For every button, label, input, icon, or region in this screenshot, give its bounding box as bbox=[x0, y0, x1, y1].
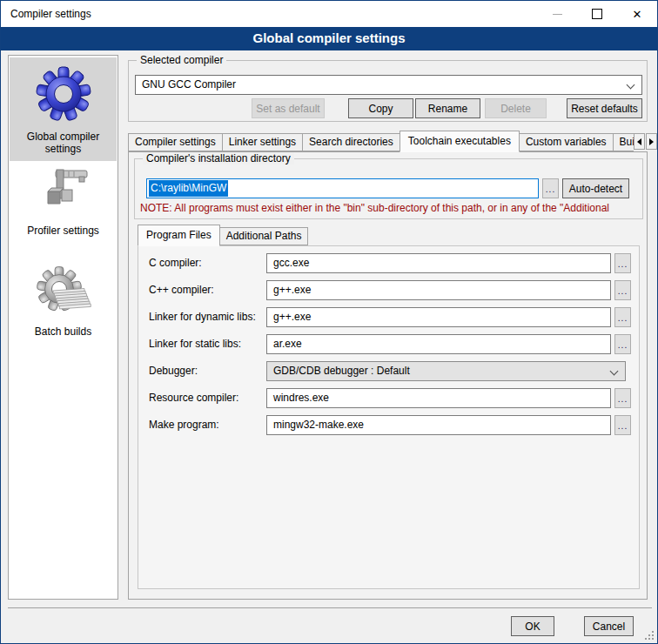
ok-button[interactable]: OK bbox=[511, 616, 554, 636]
delete-button[interactable]: Delete bbox=[485, 98, 547, 118]
tab-program-files[interactable]: Program Files bbox=[138, 225, 220, 246]
maximize-icon bbox=[592, 9, 602, 19]
field-label: Linker for static libs: bbox=[149, 338, 241, 350]
tab-linker-settings[interactable]: Linker settings bbox=[222, 133, 303, 151]
debugger-select-value: GDB/CDB debugger : Default bbox=[273, 365, 410, 377]
tab-search-directories[interactable]: Search directories bbox=[302, 133, 400, 151]
sidebar-item-label: Profiler settings bbox=[10, 225, 117, 237]
field-label: Linker for dynamic libs: bbox=[149, 311, 256, 323]
tab-scroll-right-button[interactable] bbox=[646, 133, 657, 150]
chevron-down-icon bbox=[610, 367, 619, 376]
browse-cpp-compiler-button[interactable]: ... bbox=[614, 280, 631, 300]
window-title: Compiler settings bbox=[10, 8, 91, 20]
tab-toolchain-executables[interactable]: Toolchain executables bbox=[400, 131, 520, 152]
resize-grip[interactable] bbox=[642, 628, 654, 640]
settings-tabs: Compiler settings Linker settings Search… bbox=[128, 130, 634, 152]
titlebar[interactable]: Compiler settings ✕ bbox=[1, 1, 657, 27]
close-icon: ✕ bbox=[633, 9, 642, 20]
gear-stack-icon bbox=[10, 266, 117, 325]
reset-defaults-button[interactable]: Reset defaults bbox=[567, 98, 642, 118]
compiler-select-value: GNU GCC Compiler bbox=[142, 78, 236, 91]
field-label: C++ compiler: bbox=[149, 284, 214, 296]
set-as-default-button[interactable]: Set as default bbox=[252, 98, 325, 118]
copy-button[interactable]: Copy bbox=[348, 98, 413, 118]
c-compiler-input[interactable]: gcc.exe bbox=[266, 253, 611, 273]
tab-custom-variables[interactable]: Custom variables bbox=[519, 133, 614, 151]
installation-directory-input[interactable]: C:\raylib\MinGW bbox=[146, 178, 539, 198]
browse-make-program-button[interactable]: ... bbox=[614, 415, 631, 435]
debugger-select[interactable]: GDB/CDB debugger : Default bbox=[266, 361, 626, 381]
sidebar-item-global-compiler-settings[interactable]: Global compiler settings bbox=[10, 57, 117, 161]
close-button[interactable]: ✕ bbox=[617, 1, 657, 27]
chevron-down-icon bbox=[627, 81, 635, 90]
sidebar-item-batch-builds[interactable]: Batch builds bbox=[10, 266, 117, 362]
auto-detect-button[interactable]: Auto-detect bbox=[562, 178, 629, 198]
tab-additional-paths[interactable]: Additional Paths bbox=[219, 227, 309, 245]
browse-static-linker-button[interactable]: ... bbox=[614, 334, 631, 354]
caliper-icon bbox=[10, 165, 117, 225]
static-linker-input[interactable]: ar.exe bbox=[266, 334, 611, 354]
tab-build-options[interactable]: Build options bbox=[613, 133, 634, 151]
program-files-tabs: Program Files Additional Paths bbox=[138, 224, 399, 246]
maximize-button[interactable] bbox=[577, 1, 617, 27]
note-text: NOTE: All programs must exist either in … bbox=[140, 202, 644, 214]
sidebar-item-label: Global compiler settings bbox=[10, 131, 117, 155]
tab-scroll-left-button[interactable] bbox=[634, 133, 645, 150]
settings-sidebar: Global compiler settings bbox=[8, 55, 118, 600]
minimize-button[interactable] bbox=[537, 1, 577, 27]
footer-divider bbox=[8, 607, 652, 608]
tab-scroll-left-icon bbox=[637, 138, 641, 145]
cancel-button[interactable]: Cancel bbox=[584, 616, 634, 636]
group-label: Compiler's installation directory bbox=[143, 152, 294, 164]
sidebar-item-profiler-settings[interactable]: Profiler settings bbox=[10, 165, 117, 252]
sidebar-item-label: Batch builds bbox=[10, 325, 117, 338]
field-label: Resource compiler: bbox=[149, 392, 238, 404]
compiler-settings-dialog: Compiler settings ✕ Global compiler sett… bbox=[0, 0, 658, 644]
tab-compiler-settings[interactable]: Compiler settings bbox=[128, 133, 223, 151]
field-label: Make program: bbox=[149, 419, 219, 431]
selected-path-text: C:\raylib\MinGW bbox=[149, 180, 228, 197]
field-label: C compiler: bbox=[149, 257, 202, 269]
gear-blue-icon bbox=[10, 57, 117, 125]
page-title: Global compiler settings bbox=[1, 27, 657, 50]
browse-c-compiler-button[interactable]: ... bbox=[614, 253, 631, 273]
browse-directory-button[interactable]: ... bbox=[542, 178, 559, 198]
browse-resource-compiler-button[interactable]: ... bbox=[614, 388, 631, 408]
make-program-input[interactable]: mingw32-make.exe bbox=[266, 415, 611, 435]
cpp-compiler-input[interactable]: g++.exe bbox=[266, 280, 611, 300]
resource-compiler-input[interactable]: windres.exe bbox=[266, 388, 611, 408]
compiler-select[interactable]: GNU GCC Compiler bbox=[135, 75, 642, 95]
minimize-icon bbox=[553, 14, 562, 15]
dynamic-linker-input[interactable]: g++.exe bbox=[266, 307, 611, 327]
rename-button[interactable]: Rename bbox=[415, 98, 480, 118]
tab-scroll-right-icon bbox=[649, 138, 654, 145]
browse-dynamic-linker-button[interactable]: ... bbox=[614, 307, 631, 327]
field-label: Debugger: bbox=[149, 365, 198, 377]
group-label: Selected compiler bbox=[137, 54, 226, 66]
